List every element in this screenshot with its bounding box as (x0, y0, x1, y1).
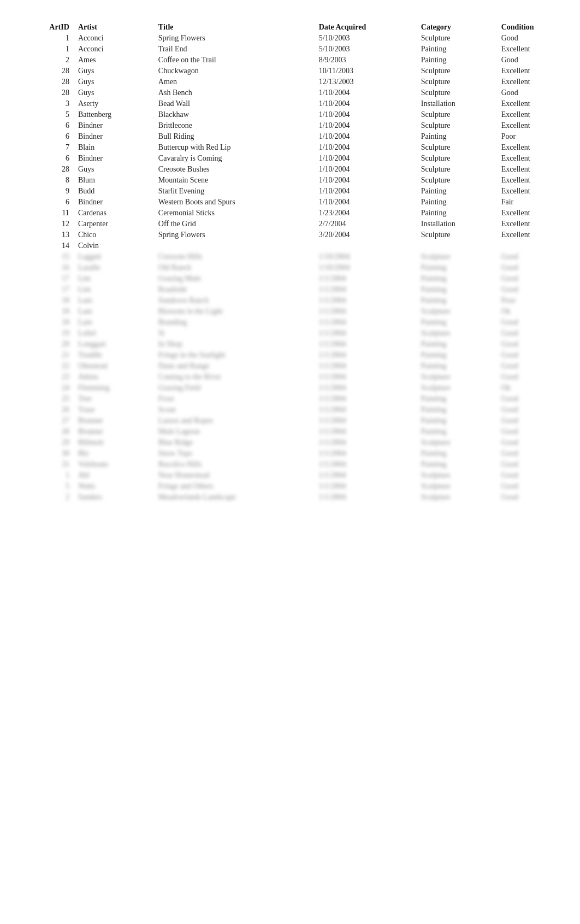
cell-category-blurred: Sculpture (418, 251, 498, 262)
cell-condition-blurred: Good (498, 361, 564, 372)
cell-category: Sculpture (418, 229, 498, 240)
cell-category: Sculpture (418, 66, 498, 76)
cell-date-blurred: 1/1/2004 (316, 361, 418, 372)
cell-artist-blurred: Lam (75, 295, 155, 306)
cell-title-blurred: Lassos and Ropes (155, 415, 316, 426)
table-row-blurred: 22OlmsteadDune and Range1/1/2004Painting… (16, 361, 564, 372)
cell-title: Buttercup with Red Lip (155, 142, 316, 153)
cell-title-blurred: Fringe in the Sunlight (155, 350, 316, 361)
cell-title: Creosote Bushes (155, 164, 316, 175)
cell-artist: Chico (75, 229, 155, 240)
table-row: 28GuysCreosote Bushes1/10/2004SculptureE… (16, 164, 564, 175)
cell-artid-blurred: 28 (16, 426, 75, 437)
cell-condition-blurred: Good (498, 470, 564, 481)
cell-artist-blurred: Lim (75, 284, 155, 295)
cell-title (155, 240, 316, 251)
table-row-blurred: 18LamBlossom in the Light1/1/2004Sculptu… (16, 306, 564, 317)
cell-category-blurred: Painting (418, 295, 498, 306)
cell-condition-blurred: Ok (498, 382, 564, 393)
cell-artist: Blum (75, 175, 155, 186)
cell-artid: 6 (16, 120, 75, 131)
table-row: 8BlumMountain Scene1/10/2004SculptureExc… (16, 175, 564, 186)
cell-category-blurred: Sculpture (418, 372, 498, 382)
cell-date-blurred: 1/1/2004 (316, 448, 418, 459)
header-artid: ArtID (16, 22, 75, 33)
table-row-blurred: 15LaggettCreosote Hills1/10/2004Sculptur… (16, 251, 564, 262)
table-row-blurred: 20LonggartIn Shop1/1/2004PaintingGood (16, 339, 564, 350)
cell-title-blurred: Scout (155, 404, 316, 415)
cell-category: Painting (418, 186, 498, 197)
cell-artist: Guys (75, 164, 155, 175)
cell-artist-blurred: Lam (75, 306, 155, 317)
cell-title: Western Boots and Spurs (155, 197, 316, 208)
cell-artist: Carpenter (75, 219, 155, 229)
cell-condition-blurred: Ok (498, 306, 564, 317)
table-row: 11CardenasCeremonial Sticks1/23/2004Pain… (16, 208, 564, 219)
cell-artid: 9 (16, 186, 75, 197)
cell-condition: Excellent (498, 153, 564, 164)
cell-title-blurred: Meadowlands Landscape (155, 492, 316, 503)
cell-artid-blurred: 21 (16, 350, 75, 361)
cell-artid: 6 (16, 197, 75, 208)
header-condition: Condition (498, 22, 564, 33)
cell-condition: Excellent (498, 219, 564, 229)
cell-artid: 7 (16, 142, 75, 153)
header-title: Title (155, 22, 316, 33)
cell-artid: 6 (16, 153, 75, 164)
cell-condition: Excellent (498, 66, 564, 76)
cell-category-blurred: Painting (418, 459, 498, 470)
cell-artist-blurred: Volsbeam (75, 459, 155, 470)
cell-condition-blurred: Good (498, 492, 564, 503)
cell-title: Off the Grid (155, 219, 316, 229)
cell-date-blurred: 1/1/2004 (316, 328, 418, 339)
cell-artid: 28 (16, 66, 75, 76)
cell-category-blurred: Sculpture (418, 328, 498, 339)
table-row-blurred: 17LimRoadside1/1/2004PaintingGood (16, 284, 564, 295)
cell-artid: 5 (16, 109, 75, 120)
cell-date: 1/10/2004 (316, 164, 418, 175)
table-row-blurred: 27BrunnerLassos and Ropes1/1/2004Paintin… (16, 415, 564, 426)
cell-artist-blurred: Billmott (75, 437, 155, 448)
cell-condition: Fair (498, 197, 564, 208)
cell-title-blurred: Coming to the River (155, 372, 316, 382)
cell-date-blurred: 1/1/2004 (316, 273, 418, 284)
cell-title-blurred: Grazing Field (155, 382, 316, 393)
cell-title-blurred: Blue Ridge (155, 437, 316, 448)
cell-artid-blurred: 15 (16, 251, 75, 262)
cell-date: 1/10/2004 (316, 131, 418, 142)
table-row-blurred: 31VolsbeamBucolics Hills1/1/2004Painting… (16, 459, 564, 470)
cell-category: Installation (418, 219, 498, 229)
cell-category-blurred: Painting (418, 273, 498, 284)
cell-artid-blurred: 18 (16, 295, 75, 306)
cell-title: Cavaralry is Coming (155, 153, 316, 164)
cell-title: Bead Wall (155, 98, 316, 109)
table-row: 6BindnerCavaralry is Coming1/10/2004Scul… (16, 153, 564, 164)
cell-artist: Bindner (75, 153, 155, 164)
cell-category-blurred: Painting (418, 415, 498, 426)
cell-title: Bull Riding (155, 131, 316, 142)
cell-date-blurred: 1/1/2004 (316, 404, 418, 415)
cell-title-blurred: Creosote Hills (155, 251, 316, 262)
cell-condition-blurred: Good (498, 393, 564, 404)
cell-date-blurred: 1/1/2004 (316, 339, 418, 350)
cell-category: Sculpture (418, 76, 498, 87)
cell-condition: Poor (498, 131, 564, 142)
cell-artist-blurred: Lim (75, 273, 155, 284)
cell-artist: Bindner (75, 120, 155, 131)
cell-date-blurred: 1/1/2004 (316, 393, 418, 404)
cell-artist: Acconci (75, 33, 155, 44)
cell-artid-blurred: 18 (16, 306, 75, 317)
cell-artist: Guys (75, 66, 155, 76)
cell-title: Ceremonial Sticks (155, 208, 316, 219)
cell-artid-blurred: 5 (16, 481, 75, 492)
cell-category-blurred: Painting (418, 284, 498, 295)
cell-date: 1/10/2004 (316, 197, 418, 208)
cell-artist: Bindner (75, 131, 155, 142)
cell-category-blurred: Painting (418, 393, 498, 404)
cell-title: Coffee on the Trail (155, 55, 316, 66)
cell-date-blurred: 1/1/2004 (316, 382, 418, 393)
cell-date: 8/9/2003 (316, 55, 418, 66)
cell-date (316, 240, 418, 251)
cell-artid-blurred: 23 (16, 372, 75, 382)
cell-artid: 28 (16, 164, 75, 175)
